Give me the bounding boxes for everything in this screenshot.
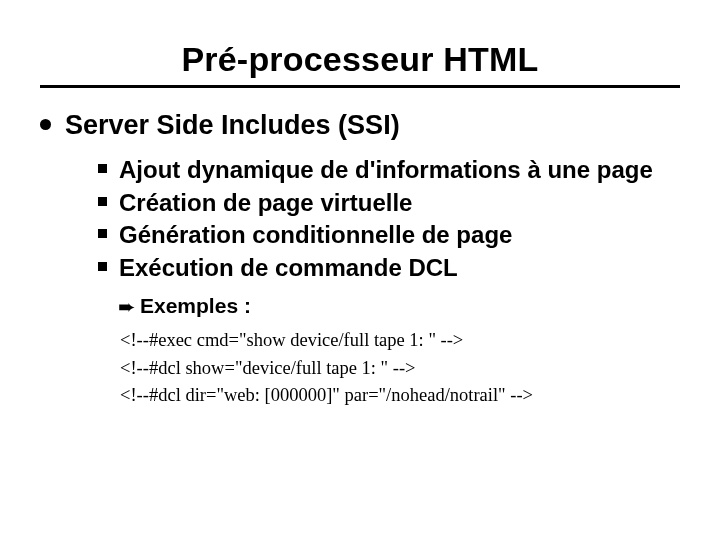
square-bullet-icon	[98, 197, 107, 206]
title-underline	[40, 85, 680, 88]
disc-bullet-icon	[40, 119, 51, 130]
bullet-level-1-text: Server Side Includes (SSI)	[65, 110, 400, 141]
code-examples: <!--#exec cmd="show device/full tape 1: …	[120, 327, 680, 410]
square-bullet-icon	[98, 164, 107, 173]
square-bullet-icon	[98, 229, 107, 238]
slide: Pré-processeur HTML Server Side Includes…	[0, 0, 720, 540]
bullet-level-1: Server Side Includes (SSI)	[40, 110, 680, 141]
square-bullet-icon	[98, 262, 107, 271]
code-line: <!--#dcl show="device/full tape 1: " -->	[120, 355, 680, 383]
bullet-level-3-text: Exemples :	[140, 294, 251, 318]
bullet-level-2-text: Exécution de commande DCL	[119, 253, 458, 284]
bullet-level-2: Ajout dynamique de d'informations à une …	[98, 155, 680, 186]
bullet-level-2-text: Génération conditionnelle de page	[119, 220, 512, 251]
arrow-right-icon: ➨	[118, 295, 136, 319]
bullet-level-2: Exécution de commande DCL	[98, 253, 680, 284]
slide-title: Pré-processeur HTML	[40, 40, 680, 79]
code-line: <!--#dcl dir="web: [000000]" par="/nohea…	[120, 382, 680, 410]
bullet-level-2-text: Création de page virtuelle	[119, 188, 412, 219]
bullet-level-3: ➨ Exemples :	[118, 294, 680, 319]
bullet-level-2: Génération conditionnelle de page	[98, 220, 680, 251]
code-line: <!--#exec cmd="show device/full tape 1: …	[120, 327, 680, 355]
bullet-level-2-list: Ajout dynamique de d'informations à une …	[98, 155, 680, 284]
bullet-level-2-text: Ajout dynamique de d'informations à une …	[119, 155, 653, 186]
bullet-level-2: Création de page virtuelle	[98, 188, 680, 219]
